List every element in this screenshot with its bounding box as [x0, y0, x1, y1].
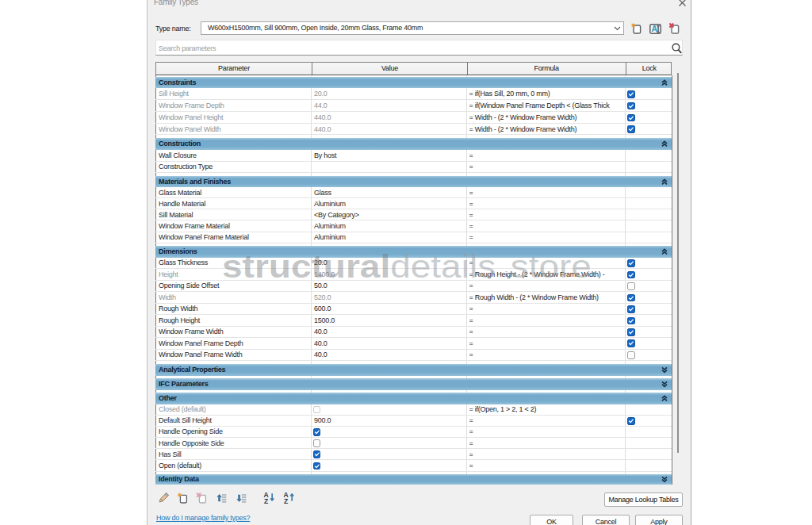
svg-text:Z: Z [263, 497, 267, 504]
svg-text:Z: Z [283, 497, 287, 504]
